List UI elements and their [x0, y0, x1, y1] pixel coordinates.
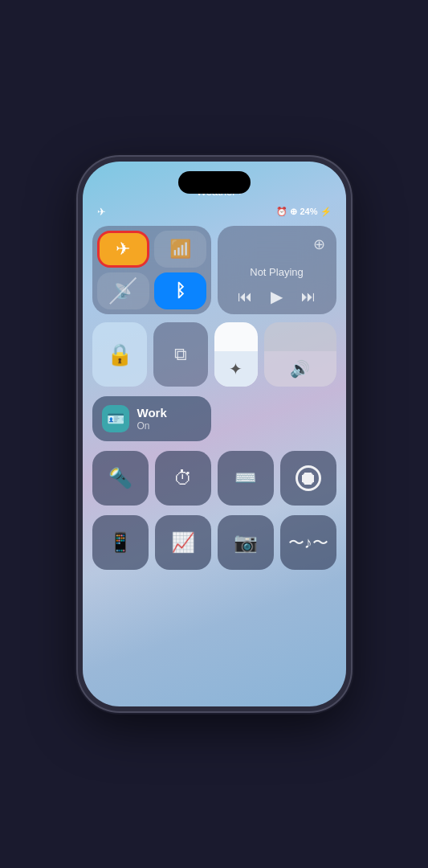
status-left: ✈ [97, 206, 106, 218]
sound-recognition-button[interactable]: 〜♪〜 [280, 515, 336, 570]
media-controls: ⏮ ▶ ⏭ [229, 287, 325, 306]
orient-lock-icon: ⊕ [290, 207, 297, 217]
status-bar: ✈ ⏰ ⊕ 24% ⚡ [83, 202, 346, 221]
calculator-icon: ⌨️ [234, 468, 256, 489]
timer-icon: ⏱ [173, 467, 193, 489]
wifi-button[interactable]: 📡 [97, 272, 149, 309]
row2: 🔒 ⧉ ✦ 🔊 [92, 322, 336, 387]
screen-lock-button[interactable]: 🔒 [92, 322, 147, 387]
row3-focus: 🪪 Work On [92, 396, 336, 441]
wifi-icon: 📡 [114, 282, 132, 300]
flashlight-icon: 🔦 [108, 467, 132, 489]
camera-icon: 📷 [234, 531, 258, 554]
camera-button[interactable]: 📷 [218, 515, 274, 570]
bluetooth-icon: ᛒ [175, 280, 185, 301]
fast-forward-button[interactable]: ⏭ [301, 289, 316, 305]
connectivity-tile: ✈ 📶 📡 ᛒ [92, 226, 211, 314]
sound-recognition-icon: 〜♪〜 [288, 532, 328, 554]
brightness-slider[interactable]: ✦ [214, 322, 258, 387]
focus-label: Work [137, 406, 167, 420]
airplane-mode-button[interactable]: ✈ [97, 231, 149, 268]
battery-percent: 24% [300, 207, 317, 216]
rewind-button[interactable]: ⏮ [238, 289, 252, 305]
phone-screen: ➤ Weather › ✈ ⏰ ⊕ 24% ⚡ ✈ [83, 162, 346, 706]
focus-text: Work On [137, 406, 167, 432]
brightness-icon: ✦ [229, 359, 243, 379]
row4-quick-actions: 🔦 ⏱ ⌨️ ⏺ [92, 451, 336, 506]
screen-mirror-icon: ⧉ [174, 344, 187, 365]
screen-mirror-button[interactable]: ⧉ [153, 322, 208, 387]
screen-record-icon: ⏺ [296, 465, 321, 491]
focus-avatar: 🪪 [102, 405, 129, 432]
play-button[interactable]: ▶ [271, 287, 283, 306]
airplane-icon: ✈ [116, 239, 130, 260]
volume-icon: 🔊 [290, 359, 310, 379]
charts-button[interactable]: 📈 [155, 515, 211, 570]
calculator-button[interactable]: ⌨️ [218, 451, 274, 506]
charts-icon: 📈 [171, 531, 195, 554]
row5-bottom-actions: 📱 📈 📷 〜♪〜 [92, 515, 336, 570]
focus-sublabel: On [137, 420, 167, 432]
dynamic-island [178, 171, 251, 194]
now-playing-label: Not Playing [229, 266, 325, 278]
battery-icon: 24% [300, 207, 317, 216]
status-right: ⏰ ⊕ 24% ⚡ [276, 207, 331, 217]
bluetooth-button[interactable]: ᛒ [154, 272, 206, 309]
screen-lock-icon: 🔒 [107, 342, 132, 367]
battery-bolt-icon: ⚡ [320, 207, 332, 217]
cellular-icon: 📶 [169, 239, 191, 260]
media-header: ⊕ [229, 235, 325, 253]
airplane-status-icon: ✈ [97, 206, 106, 218]
control-center: ✈ 📶 📡 ᛒ ⊕ Not Playing [92, 226, 336, 674]
airplay-icon[interactable]: ⊕ [313, 235, 325, 253]
cellular-button[interactable]: 📶 [154, 231, 206, 268]
focus-avatar-icon: 🪪 [107, 410, 124, 428]
remote-button[interactable]: 📱 [92, 515, 149, 570]
screen-record-button[interactable]: ⏺ [280, 451, 336, 506]
alarm-icon: ⏰ [276, 207, 287, 217]
media-player-tile: ⊕ Not Playing ⏮ ▶ ⏭ [218, 226, 336, 314]
timer-button[interactable]: ⏱ [155, 451, 211, 506]
remote-icon: 📱 [108, 531, 132, 554]
flashlight-button[interactable]: 🔦 [92, 451, 149, 506]
phone-frame: ➤ Weather › ✈ ⏰ ⊕ 24% ⚡ ✈ [78, 157, 351, 711]
volume-slider[interactable]: 🔊 [264, 322, 336, 387]
focus-work-button[interactable]: 🪪 Work On [92, 396, 211, 441]
